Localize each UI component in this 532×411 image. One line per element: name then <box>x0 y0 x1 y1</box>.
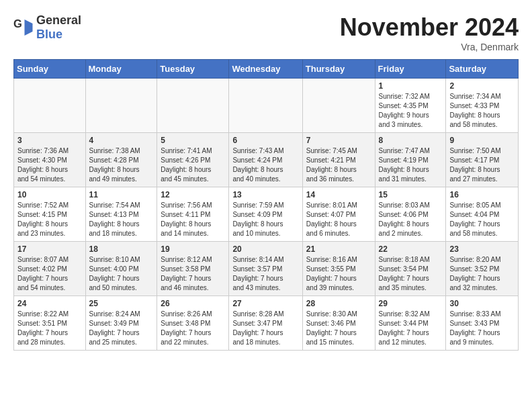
header: G General Blue November 2024 Vra, Denmar… <box>13 13 519 52</box>
calendar-cell: 9Sunrise: 7:50 AMSunset: 4:17 PMDaylight… <box>446 133 519 187</box>
logo-icon: G <box>13 17 34 38</box>
calendar-cell: 26Sunrise: 8:26 AMSunset: 3:48 PMDayligh… <box>157 296 229 351</box>
day-info: Sunrise: 8:10 AMSunset: 4:00 PMDaylight:… <box>89 255 154 293</box>
day-info: Sunrise: 7:36 AMSunset: 4:30 PMDaylight:… <box>17 146 82 184</box>
calendar-cell: 17Sunrise: 8:07 AMSunset: 4:02 PMDayligh… <box>14 242 86 296</box>
calendar-cell: 23Sunrise: 8:20 AMSunset: 3:52 PMDayligh… <box>446 242 519 296</box>
day-number: 8 <box>379 136 443 145</box>
day-number: 26 <box>161 299 225 308</box>
day-info: Sunrise: 7:50 AMSunset: 4:17 PMDaylight:… <box>449 146 515 184</box>
calendar-cell: 6Sunrise: 7:43 AMSunset: 4:24 PMDaylight… <box>229 133 302 187</box>
day-number: 16 <box>449 190 515 199</box>
header-tuesday: Tuesday <box>157 60 229 79</box>
day-info: Sunrise: 8:32 AMSunset: 3:44 PMDaylight:… <box>379 310 443 347</box>
day-info: Sunrise: 8:24 AMSunset: 3:49 PMDaylight:… <box>89 310 154 347</box>
day-number: 13 <box>232 190 298 199</box>
day-info: Sunrise: 8:01 AMSunset: 4:07 PMDaylight:… <box>306 201 371 238</box>
calendar-cell: 14Sunrise: 8:01 AMSunset: 4:07 PMDayligh… <box>302 187 375 242</box>
calendar-week-4: 17Sunrise: 8:07 AMSunset: 4:02 PMDayligh… <box>14 242 519 296</box>
day-info: Sunrise: 7:56 AMSunset: 4:11 PMDaylight:… <box>161 201 225 238</box>
month-title: November 2024 <box>340 13 519 42</box>
calendar-cell: 5Sunrise: 7:41 AMSunset: 4:26 PMDaylight… <box>157 133 229 187</box>
day-info: Sunrise: 7:41 AMSunset: 4:26 PMDaylight:… <box>161 146 225 184</box>
calendar-cell: 1Sunrise: 7:32 AMSunset: 4:35 PMDaylight… <box>375 79 446 133</box>
calendar-cell: 21Sunrise: 8:16 AMSunset: 3:55 PMDayligh… <box>302 242 375 296</box>
calendar-header-row: SundayMondayTuesdayWednesdayThursdayFrid… <box>14 60 519 79</box>
calendar-cell <box>85 79 157 133</box>
day-number: 2 <box>449 81 515 91</box>
calendar: SundayMondayTuesdayWednesdayThursdayFrid… <box>13 59 519 351</box>
logo: G General Blue <box>13 13 81 42</box>
header-saturday: Saturday <box>446 60 519 79</box>
day-number: 10 <box>17 190 82 199</box>
calendar-cell: 29Sunrise: 8:32 AMSunset: 3:44 PMDayligh… <box>375 296 446 351</box>
day-number: 28 <box>306 299 371 308</box>
calendar-week-5: 24Sunrise: 8:22 AMSunset: 3:51 PMDayligh… <box>14 296 519 351</box>
day-info: Sunrise: 8:30 AMSunset: 3:46 PMDaylight:… <box>306 310 371 347</box>
calendar-cell <box>302 79 375 133</box>
calendar-cell: 10Sunrise: 7:52 AMSunset: 4:15 PMDayligh… <box>14 187 86 242</box>
day-info: Sunrise: 7:52 AMSunset: 4:15 PMDaylight:… <box>17 201 82 238</box>
calendar-cell: 25Sunrise: 8:24 AMSunset: 3:49 PMDayligh… <box>85 296 157 351</box>
day-info: Sunrise: 7:47 AMSunset: 4:19 PMDaylight:… <box>379 146 443 184</box>
day-info: Sunrise: 8:33 AMSunset: 3:43 PMDaylight:… <box>449 310 515 347</box>
calendar-cell: 20Sunrise: 8:14 AMSunset: 3:57 PMDayligh… <box>229 242 302 296</box>
day-number: 24 <box>17 299 82 308</box>
calendar-cell: 11Sunrise: 7:54 AMSunset: 4:13 PMDayligh… <box>85 187 157 242</box>
day-number: 23 <box>449 244 515 254</box>
day-info: Sunrise: 7:34 AMSunset: 4:33 PMDaylight:… <box>449 92 515 130</box>
day-info: Sunrise: 7:38 AMSunset: 4:28 PMDaylight:… <box>89 146 154 184</box>
day-number: 12 <box>161 190 225 199</box>
calendar-cell: 2Sunrise: 7:34 AMSunset: 4:33 PMDaylight… <box>446 79 519 133</box>
calendar-cell: 24Sunrise: 8:22 AMSunset: 3:51 PMDayligh… <box>14 296 86 351</box>
calendar-cell: 3Sunrise: 7:36 AMSunset: 4:30 PMDaylight… <box>14 133 86 187</box>
calendar-cell: 30Sunrise: 8:33 AMSunset: 3:43 PMDayligh… <box>446 296 519 351</box>
day-number: 6 <box>232 136 298 145</box>
header-monday: Monday <box>85 60 157 79</box>
calendar-week-2: 3Sunrise: 7:36 AMSunset: 4:30 PMDaylight… <box>14 133 519 187</box>
day-number: 14 <box>306 190 371 199</box>
title-area: November 2024 Vra, Denmark <box>340 13 519 52</box>
calendar-cell: 18Sunrise: 8:10 AMSunset: 4:00 PMDayligh… <box>85 242 157 296</box>
day-number: 21 <box>306 244 371 254</box>
day-number: 19 <box>161 244 225 254</box>
header-thursday: Thursday <box>302 60 375 79</box>
calendar-cell: 4Sunrise: 7:38 AMSunset: 4:28 PMDaylight… <box>85 133 157 187</box>
day-number: 22 <box>379 244 443 254</box>
calendar-cell: 28Sunrise: 8:30 AMSunset: 3:46 PMDayligh… <box>302 296 375 351</box>
day-number: 9 <box>449 136 515 145</box>
day-info: Sunrise: 8:18 AMSunset: 3:54 PMDaylight:… <box>379 255 443 293</box>
calendar-cell: 12Sunrise: 7:56 AMSunset: 4:11 PMDayligh… <box>157 187 229 242</box>
calendar-cell: 15Sunrise: 8:03 AMSunset: 4:06 PMDayligh… <box>375 187 446 242</box>
location: Vra, Denmark <box>340 42 519 52</box>
calendar-cell: 7Sunrise: 7:45 AMSunset: 4:21 PMDaylight… <box>302 133 375 187</box>
day-info: Sunrise: 8:16 AMSunset: 3:55 PMDaylight:… <box>306 255 371 293</box>
day-info: Sunrise: 7:43 AMSunset: 4:24 PMDaylight:… <box>232 146 298 184</box>
day-number: 29 <box>379 299 443 308</box>
logo-blue: Blue <box>36 28 62 41</box>
day-info: Sunrise: 7:59 AMSunset: 4:09 PMDaylight:… <box>232 201 298 238</box>
calendar-cell: 22Sunrise: 8:18 AMSunset: 3:54 PMDayligh… <box>375 242 446 296</box>
day-info: Sunrise: 7:32 AMSunset: 4:35 PMDaylight:… <box>379 92 443 130</box>
day-info: Sunrise: 8:03 AMSunset: 4:06 PMDaylight:… <box>379 201 443 238</box>
day-info: Sunrise: 8:14 AMSunset: 3:57 PMDaylight:… <box>232 255 298 293</box>
header-sunday: Sunday <box>14 60 86 79</box>
day-number: 20 <box>232 244 298 254</box>
day-number: 27 <box>232 299 298 308</box>
calendar-cell <box>14 79 86 133</box>
day-number: 5 <box>161 136 225 145</box>
day-info: Sunrise: 8:22 AMSunset: 3:51 PMDaylight:… <box>17 310 82 347</box>
calendar-cell <box>229 79 302 133</box>
calendar-cell: 19Sunrise: 8:12 AMSunset: 3:58 PMDayligh… <box>157 242 229 296</box>
calendar-cell <box>157 79 229 133</box>
svg-marker-1 <box>25 19 33 36</box>
day-number: 1 <box>379 81 443 91</box>
day-info: Sunrise: 8:28 AMSunset: 3:47 PMDaylight:… <box>232 310 298 347</box>
day-number: 15 <box>379 190 443 199</box>
day-number: 18 <box>89 244 154 254</box>
calendar-cell: 13Sunrise: 7:59 AMSunset: 4:09 PMDayligh… <box>229 187 302 242</box>
day-info: Sunrise: 8:12 AMSunset: 3:58 PMDaylight:… <box>161 255 225 293</box>
calendar-cell: 27Sunrise: 8:28 AMSunset: 3:47 PMDayligh… <box>229 296 302 351</box>
day-number: 11 <box>89 190 154 199</box>
day-info: Sunrise: 8:07 AMSunset: 4:02 PMDaylight:… <box>17 255 82 293</box>
